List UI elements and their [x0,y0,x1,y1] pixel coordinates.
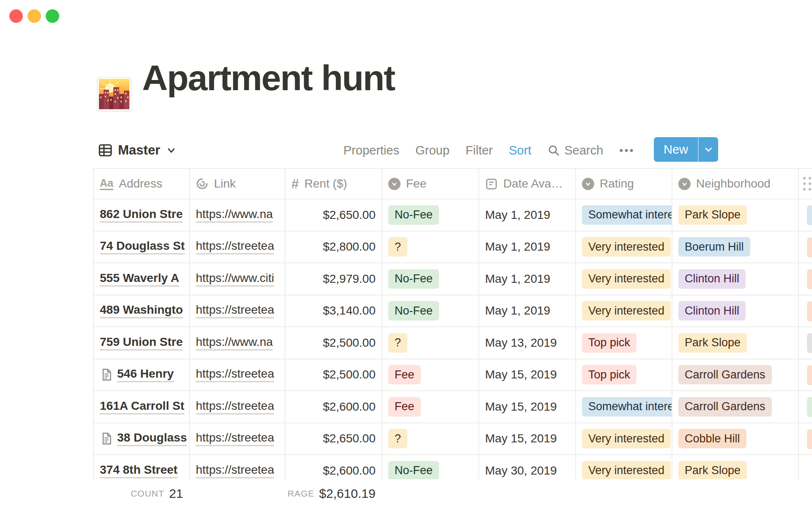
cell-rating[interactable]: Very interested [576,232,672,263]
cell-address[interactable]: 489 Washingto [94,295,190,327]
cell-link[interactable]: https://streetea [190,232,285,263]
cell-rent[interactable]: $2,500.00 [285,327,382,359]
cell-rating[interactable]: Very interested [576,423,672,455]
cell-link[interactable]: https://www.citi [190,263,285,295]
cell-neighborhood[interactable]: Park Slope [672,455,799,479]
column-header-date-available[interactable]: Date Ava… [479,169,576,199]
link-text: https://streetea [196,239,274,254]
cell-rating[interactable]: Somewhat interested [576,391,672,422]
cell-neighborhood[interactable]: Carroll Gardens [672,391,799,422]
cell-clipped-column[interactable] [799,359,812,391]
cell-address[interactable]: 862 Union Stre [94,199,190,231]
cell-date-available[interactable]: May 13, 2019 [479,327,576,359]
cell-date-available[interactable]: May 1, 2019 [479,263,576,295]
cell-clipped-column[interactable] [799,232,812,263]
link-text: https://www.na [196,335,273,351]
cell-rent[interactable]: $2,650.00 [285,199,382,231]
group-button[interactable]: Group [415,144,450,157]
cell-clipped-column[interactable] [799,423,812,455]
cell-fee[interactable]: No-Fee [382,455,479,479]
cell-rating[interactable]: Somewhat interested [576,199,672,231]
cell-rent[interactable]: $2,800.00 [285,232,382,263]
cell-date-available[interactable]: May 30, 2019 [479,455,576,479]
view-tab-master[interactable]: Master [98,138,177,163]
cell-address[interactable]: 759 Union Stre [94,327,190,359]
column-header-address[interactable]: Aa Address [94,169,190,199]
rent-value: $2,500.00 [323,336,376,350]
cell-link[interactable]: https://streetea [190,391,285,422]
cell-address[interactable]: 555 Waverly A [94,263,190,295]
cell-rating[interactable]: Very interested [576,455,672,479]
column-header-fee[interactable]: Fee [382,169,479,199]
cell-clipped-column[interactable] [799,391,812,422]
cell-address[interactable]: 38 Douglass [94,423,190,455]
properties-button[interactable]: Properties [343,144,399,157]
cell-date-available[interactable]: May 1, 2019 [479,232,576,263]
rating-tag: Top pick [582,333,636,353]
column-header-rent[interactable]: # Rent ($) [285,169,382,199]
cell-clipped-column[interactable] [799,327,812,359]
cell-rent[interactable]: $2,600.00 [285,391,382,422]
cell-clipped-column[interactable] [799,199,812,231]
cell-clipped-column[interactable] [799,263,812,295]
cell-date-available[interactable]: May 1, 2019 [479,295,576,327]
cell-fee[interactable]: Fee [382,359,479,391]
cell-link[interactable]: https://streetea [190,295,285,327]
cell-rating[interactable]: Very interested [576,295,672,327]
cell-fee[interactable]: No-Fee [382,263,479,295]
minimize-window-button[interactable] [27,9,41,23]
column-header-neighborhood[interactable]: Neighborhood [672,169,799,199]
cell-date-available[interactable]: May 1, 2019 [479,199,576,231]
cell-address[interactable]: 374 8th Street [94,455,190,479]
cell-clipped-column[interactable] [799,295,812,327]
cell-address[interactable]: 74 Douglass St [94,232,190,263]
cell-rent[interactable]: $2,500.00 [285,359,382,391]
close-window-button[interactable] [9,9,23,23]
cell-neighborhood[interactable]: Clinton Hill [672,263,799,295]
cell-fee[interactable]: ? [382,423,479,455]
more-options-button[interactable]: ••• [619,144,634,157]
page-emoji-icon[interactable] [97,77,131,111]
cell-date-available[interactable]: May 15, 2019 [479,359,576,391]
search-button[interactable]: Search [547,144,603,157]
cell-neighborhood[interactable]: Park Slope [672,327,799,359]
cell-link[interactable]: https://www.na [190,327,285,359]
filter-button[interactable]: Filter [466,144,493,157]
new-dropdown-button[interactable] [699,137,718,162]
cell-fee[interactable]: No-Fee [382,295,479,327]
cell-address[interactable]: 161A Carroll St [94,391,190,422]
cell-link[interactable]: https://www.na [190,199,285,231]
cell-neighborhood[interactable]: Park Slope [672,199,799,231]
cell-rating[interactable]: Very interested [576,263,672,295]
new-button[interactable]: New [654,137,718,162]
page-title[interactable]: Apartment hunt [142,58,395,99]
cell-rent[interactable]: $2,600.00 [285,455,382,479]
cell-address[interactable]: 546 Henry [94,359,190,391]
cell-fee[interactable]: ? [382,232,479,263]
cell-rating[interactable]: Top pick [576,359,672,391]
cell-fee[interactable]: Fee [382,391,479,422]
cell-date-available[interactable]: May 15, 2019 [479,423,576,455]
count-calculation[interactable]: COUNT 21 [93,479,189,508]
cell-neighborhood[interactable]: Clinton Hill [672,295,799,327]
sort-button[interactable]: Sort [509,144,531,157]
cell-date-available[interactable]: May 15, 2019 [479,391,576,422]
average-calculation[interactable]: RAGE $2,610.19 [285,479,381,508]
cell-link[interactable]: https://streetea [190,455,285,479]
cell-link[interactable]: https://streetea [190,423,285,455]
column-header-link[interactable]: Link [190,169,285,199]
cell-rent[interactable]: $2,979.00 [285,263,382,295]
column-header-rating[interactable]: Rating [576,169,672,199]
cell-neighborhood[interactable]: Boerum Hill [672,232,799,263]
cell-rent[interactable]: $2,650.00 [285,423,382,455]
cell-link[interactable]: https://streetea [190,359,285,391]
cell-neighborhood[interactable]: Carroll Gardens [672,359,799,391]
column-header-clipped[interactable] [799,169,812,199]
cell-rent[interactable]: $3,140.00 [285,295,382,327]
cell-fee[interactable]: ? [382,327,479,359]
cell-fee[interactable]: No-Fee [382,199,479,231]
cell-neighborhood[interactable]: Cobble Hill [672,423,799,455]
zoom-window-button[interactable] [46,9,59,23]
cell-rating[interactable]: Top pick [576,327,672,359]
cell-clipped-column[interactable] [799,455,812,479]
